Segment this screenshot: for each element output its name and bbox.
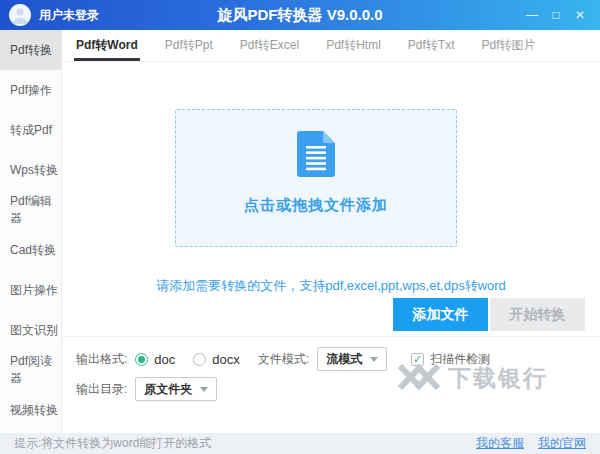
tab-pdf-to-html[interactable]: Pdf转Html [326, 30, 381, 61]
sidebar-item-pdf-reader[interactable]: Pdf阅读器 [0, 350, 61, 390]
status-links: 我的客服 我的官网 [476, 435, 586, 452]
scan-detect-label: 扫描件检测 [430, 351, 490, 368]
chevron-down-icon [370, 357, 378, 362]
app-window: 用户未登录 旋风PDF转换器 V9.0.0.0 — □ ✕ Pdf转换 Pdf操… [0, 0, 600, 454]
radio-doc[interactable]: doc [135, 352, 175, 367]
chevron-down-icon [200, 387, 208, 392]
app-body: Pdf转换 Pdf操作 转成Pdf Wps转换 Pdf编辑器 Cad转换 图片操… [0, 30, 600, 433]
sidebar-item-pdf-convert[interactable]: Pdf转换 [0, 30, 61, 70]
tab-pdf-to-excel[interactable]: Pdf转Excel [240, 30, 299, 61]
user-avatar-icon [9, 4, 31, 26]
scan-detect-checkbox[interactable]: ✓ 扫描件检测 [411, 351, 490, 368]
sidebar-item-wps-convert[interactable]: Wps转换 [0, 150, 61, 190]
sidebar: Pdf转换 Pdf操作 转成Pdf Wps转换 Pdf编辑器 Cad转换 图片操… [0, 30, 62, 433]
tab-pdf-to-txt[interactable]: Pdf转Txt [408, 30, 455, 61]
statusbar: 提示:将文件转换为word能打开的格式 我的客服 我的官网 [0, 433, 600, 454]
sidebar-item-cad-convert[interactable]: Cad转换 [0, 230, 61, 270]
radio-docx[interactable]: docx [193, 352, 239, 367]
options-panel: 输出格式: doc docx 文件模式: 流模式 ✓ [62, 336, 600, 402]
user-login-area[interactable]: 用户未登录 [0, 4, 150, 26]
sidebar-item-video-convert[interactable]: 视频转换 [0, 390, 61, 430]
window-controls: — □ ✕ [522, 0, 590, 30]
file-drop-zone[interactable]: 点击或拖拽文件添加 [175, 109, 457, 247]
tabbar: Pdf转Word Pdf转Ppt Pdf转Excel Pdf转Html Pdf转… [62, 30, 600, 62]
titlebar: 用户未登录 旋风PDF转换器 V9.0.0.0 — □ ✕ [0, 0, 600, 30]
radio-docx-control [193, 353, 206, 366]
close-icon[interactable]: ✕ [570, 5, 590, 25]
minimize-icon[interactable]: — [522, 5, 542, 25]
tab-pdf-to-image[interactable]: Pdf转图片 [482, 30, 536, 61]
sidebar-item-pdf-operate[interactable]: Pdf操作 [0, 70, 61, 110]
checkbox-check-icon: ✓ [411, 353, 424, 366]
output-dir-row: 输出目录: 原文件夹 [76, 376, 600, 402]
start-convert-button[interactable]: 开始转换 [490, 298, 585, 331]
action-buttons: 添加文件 开始转换 [393, 298, 585, 331]
file-mode-label: 文件模式: [258, 351, 309, 368]
sidebar-item-ocr[interactable]: 图文识别 [0, 310, 61, 350]
add-files-button[interactable]: 添加文件 [393, 298, 488, 331]
output-dir-select[interactable]: 原文件夹 [135, 377, 217, 401]
sidebar-item-image-operate[interactable]: 图片操作 [0, 270, 61, 310]
user-status-label: 用户未登录 [39, 7, 99, 24]
tab-pdf-to-word[interactable]: Pdf转Word [76, 30, 138, 61]
output-format-label: 输出格式: [76, 351, 127, 368]
sidebar-item-pdf-editor[interactable]: Pdf编辑器 [0, 190, 61, 230]
my-website-link[interactable]: 我的官网 [538, 435, 586, 452]
file-mode-select[interactable]: 流模式 [317, 347, 387, 371]
tab-pdf-to-ppt[interactable]: Pdf转Ppt [165, 30, 213, 61]
main-content: Pdf转Word Pdf转Ppt Pdf转Excel Pdf转Html Pdf转… [62, 30, 600, 433]
drop-zone-label: 点击或拖拽文件添加 [244, 196, 388, 215]
add-files-hint: 请添加需要转换的文件，支持pdf,excel,ppt,wps,et,dps转wo… [62, 277, 600, 295]
output-dir-label: 输出目录: [76, 381, 127, 398]
my-support-link[interactable]: 我的客服 [476, 435, 524, 452]
status-tip: 提示:将文件转换为word能打开的格式 [14, 435, 211, 452]
sidebar-item-to-pdf[interactable]: 转成Pdf [0, 110, 61, 150]
maximize-icon[interactable]: □ [546, 5, 566, 25]
document-icon [297, 131, 335, 180]
output-format-row: 输出格式: doc docx 文件模式: 流模式 ✓ [76, 346, 600, 372]
radio-doc-control [135, 353, 148, 366]
